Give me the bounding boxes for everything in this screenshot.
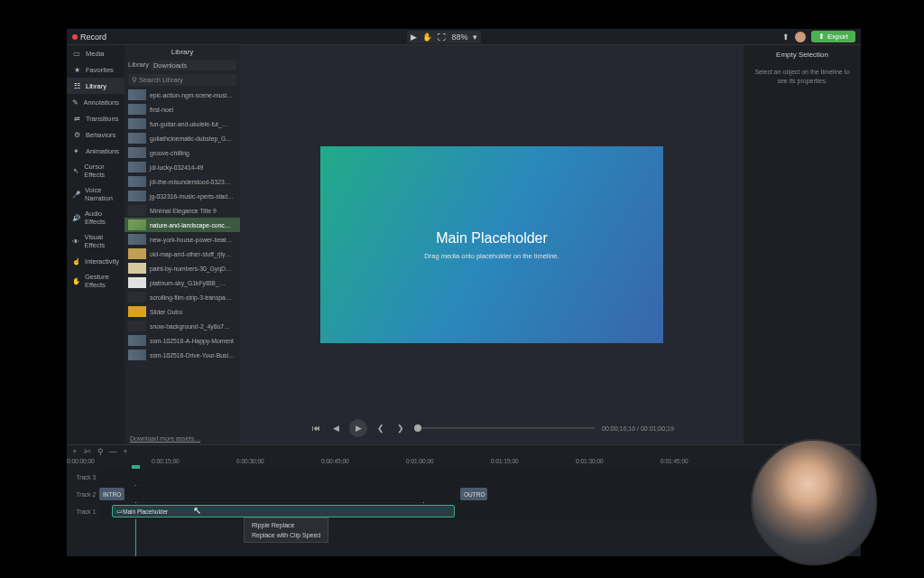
list-item[interactable]: groove-chilling bbox=[125, 145, 240, 160]
image-thumb-icon bbox=[128, 277, 146, 288]
export-button[interactable]: ⬆ Export bbox=[811, 31, 855, 42]
ruler-tick: 0:00:30;00 bbox=[236, 458, 264, 464]
list-item[interactable]: new-york-house-power-beat… bbox=[125, 232, 240, 247]
properties-message: Select an object on the timeline to see … bbox=[749, 68, 855, 86]
user-avatar[interactable] bbox=[795, 32, 806, 42]
menu-item-replace-clip-speed[interactable]: Replace with Clip Speed bbox=[245, 530, 328, 540]
track-label[interactable]: Track 1 bbox=[67, 508, 99, 515]
properties-title: Empty Selection bbox=[749, 51, 855, 59]
clip-outro[interactable]: OUTRO bbox=[460, 488, 487, 500]
video-thumb-icon bbox=[128, 306, 146, 317]
sidebar-item-transitions[interactable]: ⇄Transitions bbox=[67, 110, 125, 126]
interact-icon: ☝ bbox=[72, 256, 80, 266]
prev-edge-button[interactable]: ⏮ bbox=[310, 422, 322, 434]
mouse-cursor-icon: ↖ bbox=[193, 505, 201, 517]
sidebar-item-audio-effects[interactable]: 🔊Audio Effects bbox=[67, 206, 125, 229]
sidebar-item-visual-effects[interactable]: 👁Visual Effects bbox=[67, 229, 125, 253]
list-item[interactable]: paint-by-numbers-30_GyqD… bbox=[125, 261, 240, 275]
scrubber-handle[interactable] bbox=[414, 424, 421, 432]
list-item[interactable]: goliathcinematic-dubstep_G… bbox=[125, 131, 240, 145]
list-item[interactable]: old-map-and-other-stuff_rjty… bbox=[125, 247, 240, 261]
upload-icon[interactable]: ⬆ bbox=[782, 33, 790, 42]
waveform-thumb-icon bbox=[128, 89, 146, 100]
topbar: Record ▶ ✋ ⛶ 88% ▾ ⬆ ⬆ Export bbox=[67, 29, 861, 45]
clip-intro[interactable]: INTRO bbox=[99, 488, 125, 500]
timeline-ruler[interactable]: 0:00:00;00 0:00:15;00 0:00:30;00 0:00:45… bbox=[67, 458, 861, 469]
sidebar-item-behaviors[interactable]: ⚙Behaviors bbox=[67, 126, 125, 143]
image-thumb-icon bbox=[128, 321, 146, 331]
annotation-icon: ✎ bbox=[72, 98, 79, 107]
preview-canvas[interactable]: Main Placeholder Drag media onto placeho… bbox=[320, 146, 663, 343]
sidebar-item-media[interactable]: ▭Media bbox=[67, 45, 125, 61]
chevron-down-icon[interactable]: ▾ bbox=[473, 33, 477, 42]
sidebar-item-cursor-effects[interactable]: ↖Cursor Effects bbox=[67, 159, 125, 182]
list-item[interactable]: epic-action-ngm-scene-musi… bbox=[125, 88, 240, 102]
ruler-tick: 0:01:45;00 bbox=[661, 458, 688, 464]
step-fwd-button[interactable]: ❮ bbox=[374, 422, 387, 434]
track-label[interactable]: Track 3 bbox=[67, 474, 99, 480]
track-label[interactable]: Track 2 bbox=[67, 491, 99, 498]
list-item[interactable]: jdi-lucky-032414-49 bbox=[125, 160, 240, 174]
add-track-button[interactable]: + bbox=[70, 447, 79, 456]
download-more-link[interactable]: Download more assets… bbox=[125, 433, 240, 444]
record-button[interactable]: Record bbox=[72, 33, 106, 42]
sidebar-item-favorites[interactable]: ★Favorites bbox=[67, 61, 125, 78]
library-icon: ☷ bbox=[72, 81, 81, 90]
ruler-tick: 0:01:30;00 bbox=[576, 458, 604, 464]
list-item[interactable]: nature-and-landscape-conc… bbox=[125, 218, 240, 232]
list-item[interactable]: fun-guitar-and-ukulele-fut_… bbox=[125, 117, 240, 131]
cut-tool[interactable]: ✄ bbox=[83, 447, 92, 456]
app-window: Record ▶ ✋ ⛶ 88% ▾ ⬆ ⬆ Export ▭Media ★Fa… bbox=[67, 29, 861, 556]
zoom-level[interactable]: 88% bbox=[451, 33, 467, 42]
sidebar-item-voice-narration[interactable]: 🎤Voice Narration bbox=[67, 182, 125, 206]
list-item[interactable]: snow-background-2_4y8o7… bbox=[125, 319, 240, 333]
library-selector-row: Library Downloads bbox=[125, 59, 240, 72]
list-item[interactable]: jg-032316-music-xperts-stad… bbox=[125, 189, 240, 203]
zoom-out-button[interactable]: ⚲ bbox=[96, 447, 105, 456]
library-dropdown[interactable]: Downloads bbox=[151, 61, 236, 70]
track-lane[interactable]: ▭ Main Placeholder bbox=[99, 503, 861, 519]
list-item[interactable]: first-noel bbox=[125, 102, 240, 117]
sidebar-item-annotations[interactable]: ✎Annotations bbox=[67, 94, 125, 110]
sidebar-item-library[interactable]: ☷Library bbox=[67, 78, 125, 94]
list-item[interactable]: scrolling-film-strip-3-transpa… bbox=[125, 290, 240, 304]
play-button[interactable]: ▶ bbox=[349, 419, 367, 437]
animation-icon: ✦ bbox=[72, 146, 81, 155]
clip-placeholder[interactable]: ▭ Main Placeholder bbox=[112, 505, 455, 517]
library-search-input[interactable]: ⚲ Search Library bbox=[128, 74, 236, 86]
toolbar-center: ▶ ✋ ⛶ 88% ▾ bbox=[407, 31, 481, 43]
zoom-slider[interactable]: — bbox=[108, 447, 117, 456]
library-list[interactable]: epic-action-ngm-scene-musi… first-noel f… bbox=[125, 88, 240, 433]
timeline-toolbar: + ✄ ⚲ — + 0:00;15;15 bbox=[67, 445, 861, 458]
list-item[interactable]: Minimal Elegance Title 9 bbox=[125, 203, 240, 218]
waveform-thumb-icon bbox=[128, 118, 146, 129]
canvas-area: Main Placeholder Drag media onto placeho… bbox=[240, 45, 744, 444]
sidebar-item-interactivity[interactable]: ☝Interactivity bbox=[67, 253, 125, 269]
sidebar-item-animations[interactable]: ✦Animations bbox=[67, 143, 125, 159]
sidebar-item-gesture-effects[interactable]: ✋Gesture Effects bbox=[67, 269, 125, 293]
sidebar: ▭Media ★Favorites ☷Library ✎Annotations … bbox=[67, 45, 125, 444]
image-thumb-icon bbox=[128, 219, 146, 230]
media-icon: ▭ bbox=[72, 49, 81, 58]
list-item[interactable]: jdi-the-misunderstood-0323… bbox=[125, 174, 240, 189]
list-item[interactable]: platinum-sky_G1kFyIBB_… bbox=[125, 275, 240, 290]
menu-item-ripple-replace[interactable]: Ripple Replace bbox=[245, 520, 328, 530]
behavior-icon: ⚙ bbox=[72, 130, 81, 139]
visual-icon: 👁 bbox=[72, 237, 80, 246]
pointer-tool-icon[interactable]: ▶ bbox=[411, 33, 417, 42]
track-lane[interactable] bbox=[99, 469, 861, 485]
audio-icon: 🔊 bbox=[72, 213, 80, 222]
step-back-button[interactable]: ◀ bbox=[329, 422, 342, 434]
hand-tool-icon[interactable]: ✋ bbox=[422, 33, 432, 42]
scrubber[interactable] bbox=[414, 427, 595, 429]
image-thumb-icon bbox=[128, 292, 146, 303]
export-icon: ⬆ bbox=[818, 33, 825, 41]
list-item[interactable]: ssm-102518-A-Happy-Moment bbox=[125, 333, 240, 348]
list-item[interactable]: Slider Outro bbox=[125, 304, 240, 319]
crop-tool-icon[interactable]: ⛶ bbox=[438, 33, 446, 42]
list-item[interactable]: ssm-102518-Drive-Your-Busi… bbox=[125, 348, 240, 362]
zoom-in-button[interactable]: + bbox=[121, 447, 130, 456]
track-lane[interactable]: INTRO OUTRO bbox=[99, 486, 861, 502]
waveform-thumb-icon bbox=[128, 104, 146, 115]
next-edge-button[interactable]: ❯ bbox=[394, 422, 407, 434]
